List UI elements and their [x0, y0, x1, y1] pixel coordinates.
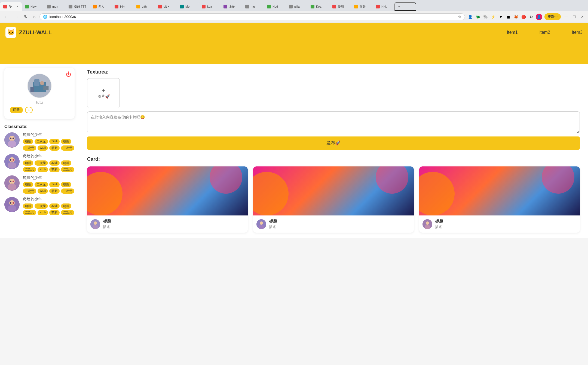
tab-favicon: [3, 5, 7, 8]
tab-close-icon[interactable]: ×: [17, 5, 19, 8]
classmate-tag[interactable]: zzuli: [38, 210, 48, 215]
upload-label: 图片🚀: [97, 94, 110, 99]
classmate-tag[interactable]: 萌新: [61, 203, 71, 209]
nav-items: item1 item2 item3: [507, 30, 583, 35]
add-tag-button[interactable]: +: [25, 107, 33, 113]
svg-point-25: [13, 202, 14, 204]
browser-tab-nod[interactable]: Nod: [264, 2, 286, 11]
classmate-tag[interactable]: 萌新: [49, 210, 60, 215]
extension-icon-4[interactable]: ▼: [498, 14, 504, 20]
image-upload-box[interactable]: + 图片🚀: [87, 78, 120, 108]
svg-point-34: [425, 225, 430, 229]
classmate-name: 爬墙的少年: [23, 154, 75, 159]
tab-label: gith: [142, 5, 147, 8]
browser-tab-hht[interactable]: HHt: [111, 2, 133, 11]
browser-tab-gitx[interactable]: git ×: [155, 2, 177, 11]
browser-tab-koa[interactable]: koa: [198, 2, 220, 11]
classmate-tag[interactable]: zzuli: [38, 167, 48, 172]
classmate-tag[interactable]: 萌新: [61, 160, 71, 166]
update-button[interactable]: 更新⋯: [544, 13, 561, 20]
browser-tab-active[interactable]: R× ×: [0, 2, 22, 11]
classmate-tag[interactable]: 萌新: [49, 167, 60, 172]
nav-item-1[interactable]: item1: [507, 30, 518, 35]
browser-tab-upload[interactable]: 上传: [220, 2, 242, 11]
url-input[interactable]: [50, 15, 456, 19]
classmate-tag[interactable]: 萌新: [61, 139, 71, 144]
classmate-avatar: [4, 197, 20, 212]
tab-favicon: [25, 5, 29, 8]
browser-tab-catcake[interactable]: 猫餅: [351, 2, 373, 11]
minimize-button[interactable]: ─: [563, 13, 569, 20]
classmate-tag[interactable]: zzuli: [49, 160, 60, 166]
tab-favicon: [245, 5, 249, 8]
browser-tab-mul[interactable]: mul: [242, 2, 264, 11]
classmate-tag[interactable]: 萌新: [23, 160, 33, 166]
nav-item-2[interactable]: item2: [540, 30, 550, 35]
back-button[interactable]: ←: [3, 13, 10, 20]
profile-icon[interactable]: 👤: [467, 14, 474, 20]
classmate-tag[interactable]: zzuli: [38, 188, 48, 194]
browser-tab-github[interactable]: GitH TTT: [65, 2, 90, 11]
extension-icon-2[interactable]: 🐘: [482, 14, 489, 20]
browser-chrome: R× × New mon GitH TTT 多人 HHt gith: [0, 0, 588, 23]
extension-icon-7[interactable]: 🔴: [520, 14, 527, 20]
nav-item-3[interactable]: item3: [572, 30, 583, 35]
bookmark-icon[interactable]: ☆: [458, 15, 461, 19]
address-bar[interactable]: 🌐 ☆: [39, 13, 465, 20]
close-button[interactable]: ×: [580, 13, 585, 20]
classmate-tag[interactable]: 二次元: [61, 210, 74, 215]
classmate-tag[interactable]: 二次元: [23, 188, 36, 194]
classmate-tag[interactable]: 二次元: [35, 139, 48, 144]
browser-tab-hht2[interactable]: HHt: [373, 2, 394, 11]
classmate-tag[interactable]: 二次元: [35, 203, 48, 209]
classmate-tag[interactable]: 萌新: [23, 182, 33, 187]
classmate-tag[interactable]: 二次元: [23, 210, 36, 215]
classmate-tag[interactable]: 萌新: [23, 139, 33, 144]
browser-tab-multi[interactable]: 多人: [90, 2, 111, 11]
classmate-tag[interactable]: zzuli: [38, 145, 48, 151]
classmate-tag[interactable]: zzuli: [49, 139, 60, 144]
classmate-tag[interactable]: 二次元: [35, 182, 48, 187]
home-button[interactable]: ⌂: [31, 13, 37, 20]
browser-tab-gith2[interactable]: gith: [133, 2, 155, 11]
browser-tab-mon[interactable]: mon: [44, 2, 65, 11]
classmate-tag[interactable]: 萌新: [23, 203, 33, 209]
tab-favicon: [267, 5, 271, 8]
maximize-button[interactable]: □: [571, 13, 577, 20]
user-avatar-icon[interactable]: 👤: [536, 14, 542, 20]
card-text: 标题 描述: [103, 219, 111, 229]
publish-button[interactable]: 发布🚀: [87, 136, 580, 150]
extension-icon-5[interactable]: ◼: [505, 14, 512, 20]
reload-button[interactable]: ↻: [22, 13, 29, 20]
profile-tag-mengxin[interactable]: 萌新: [10, 107, 23, 113]
classmate-tag[interactable]: zzuli: [49, 203, 60, 209]
extension-icon-3[interactable]: ⚡: [490, 14, 497, 20]
browser-tab-use[interactable]: 使用: [329, 2, 351, 11]
browser-tab-koa2[interactable]: Koa: [307, 2, 329, 11]
classmate-tag[interactable]: 二次元: [61, 145, 74, 151]
browser-tab-pilla[interactable]: pillа: [286, 2, 307, 11]
classmate-tag[interactable]: 萌新: [49, 145, 60, 151]
extension-icon-1[interactable]: 🐲: [475, 14, 481, 20]
tab-favicon: [47, 5, 51, 8]
forward-button[interactable]: →: [13, 13, 20, 20]
classmate-tags: 萌新 二次元 zzuli 萌新 二次元 zzuli 萌新 二次元: [23, 203, 75, 215]
card-section-label: Card:: [87, 156, 580, 162]
classmate-tag[interactable]: 萌新: [61, 182, 71, 187]
cards-grid: 标题 描述 标题 描述: [87, 166, 580, 233]
classmate-tag[interactable]: 萌新: [49, 188, 60, 194]
classmate-tag[interactable]: 二次元: [61, 167, 74, 172]
settings-icon[interactable]: ⚙: [528, 14, 535, 20]
power-button[interactable]: ⏻: [66, 71, 71, 78]
classmate-tag[interactable]: 二次元: [35, 160, 48, 166]
classmate-tag[interactable]: 二次元: [61, 188, 74, 194]
extension-icon-6[interactable]: 🦊: [513, 14, 519, 20]
browser-tab-mor[interactable]: Mor: [177, 2, 198, 11]
classmate-tag[interactable]: 二次元: [23, 145, 36, 151]
classmate-tag[interactable]: 二次元: [23, 167, 36, 172]
tab-favicon: [354, 5, 358, 8]
new-tab-button[interactable]: +: [394, 2, 416, 11]
post-textarea[interactable]: [87, 111, 580, 133]
classmate-tag[interactable]: zzuli: [49, 182, 60, 187]
browser-tab-new[interactable]: New: [22, 2, 44, 11]
